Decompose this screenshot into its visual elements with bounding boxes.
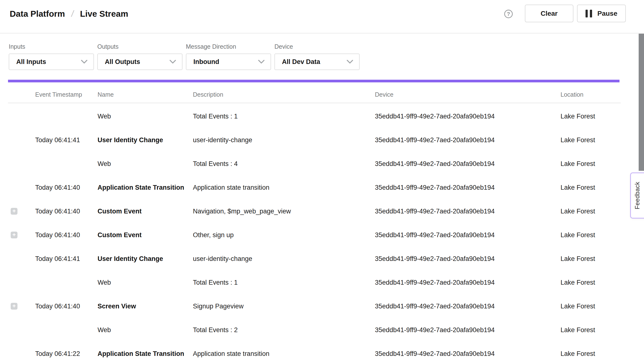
event-timestamp-cell [35,152,96,176]
event-name-cell: Web [98,318,191,342]
table-row[interactable]: Today 06:41:41User Identity Changeuser-i… [0,247,644,271]
event-timestamp-cell: Today 06:41:40 [35,176,96,199]
expand-row-button[interactable]: + [11,208,18,215]
event-description-cell: Total Events : 2 [193,318,372,342]
device-cell: 35eddb41-9ff9-49e2-7aed-20afa90eb194 [375,223,558,247]
table-row[interactable]: +Today 06:41:40Custom EventNavigation, $… [0,199,644,223]
event-name-cell: Custom Event [98,223,191,247]
table-row[interactable]: Today 06:41:41User Identity Changeuser-i… [0,128,644,152]
event-name-cell: Web [98,271,191,294]
device-cell: 35eddb41-9ff9-49e2-7aed-20afa90eb194 [375,318,558,342]
event-timestamp-cell: Today 06:41:40 [35,294,96,318]
feedback-tab[interactable]: Feedback [630,173,644,218]
location-cell: Lake Forest [560,342,621,360]
event-timestamp-cell: Today 06:41:40 [35,199,96,223]
location-cell: Lake Forest [560,247,621,271]
event-name-cell: User Identity Change [98,247,191,271]
event-description-cell: Total Events : 4 [193,152,372,176]
location-cell: Lake Forest [560,128,621,152]
expand-row-button[interactable]: + [11,303,18,310]
table-row[interactable]: +Today 06:41:40Custom EventOther, sign u… [0,223,644,247]
event-name-cell: Web [98,104,191,128]
event-name-cell: Application State Transition [98,342,191,360]
device-cell: 35eddb41-9ff9-49e2-7aed-20afa90eb194 [375,271,558,294]
location-cell: Lake Forest [560,152,621,176]
device-cell: 35eddb41-9ff9-49e2-7aed-20afa90eb194 [375,294,558,318]
event-timestamp-cell [35,104,96,128]
event-description-cell: Application state transition [193,342,372,360]
device-cell: 35eddb41-9ff9-49e2-7aed-20afa90eb194 [375,199,558,223]
table-row[interactable]: Today 06:41:22Application State Transiti… [0,342,644,360]
location-cell: Lake Forest [560,223,621,247]
table-row[interactable]: WebTotal Events : 135eddb41-9ff9-49e2-7a… [0,271,644,294]
event-timestamp-cell: Today 06:41:40 [35,223,96,247]
event-name-cell: Web [98,152,191,176]
expand-cell: + [11,294,32,318]
location-cell: Lake Forest [560,318,621,342]
expand-cell: + [11,199,32,223]
event-description-cell: user-identity-change [193,128,372,152]
table-row[interactable]: WebTotal Events : 135eddb41-9ff9-49e2-7a… [0,104,644,128]
expand-cell: + [11,223,32,247]
event-timestamp-cell: Today 06:41:22 [35,342,96,360]
device-cell: 35eddb41-9ff9-49e2-7aed-20afa90eb194 [375,176,558,199]
expand-row-button[interactable]: + [11,232,18,238]
table-row[interactable]: WebTotal Events : 435eddb41-9ff9-49e2-7a… [0,152,644,176]
device-cell: 35eddb41-9ff9-49e2-7aed-20afa90eb194 [375,152,558,176]
event-timestamp-cell: Today 06:41:41 [35,247,96,271]
feedback-tab-label: Feedback [634,182,641,209]
table-row[interactable]: +Today 06:41:40Screen ViewSignup Pagevie… [0,294,644,318]
event-timestamp-cell [35,271,96,294]
vertical-scrollbar[interactable] [639,34,644,171]
device-cell: 35eddb41-9ff9-49e2-7aed-20afa90eb194 [375,128,558,152]
location-cell: Lake Forest [560,199,621,223]
device-cell: 35eddb41-9ff9-49e2-7aed-20afa90eb194 [375,104,558,128]
event-description-cell: Navigation, $mp_web_page_view [193,199,372,223]
location-cell: Lake Forest [560,104,621,128]
event-description-cell: Signup Pageview [193,294,372,318]
location-cell: Lake Forest [560,294,621,318]
event-description-cell: user-identity-change [193,247,372,271]
device-cell: 35eddb41-9ff9-49e2-7aed-20afa90eb194 [375,342,558,360]
event-description-cell: Application state transition [193,176,372,199]
event-timestamp-cell [35,318,96,342]
event-description-cell: Other, sign up [193,223,372,247]
device-cell: 35eddb41-9ff9-49e2-7aed-20afa90eb194 [375,247,558,271]
event-name-cell: Custom Event [98,199,191,223]
location-cell: Lake Forest [560,176,621,199]
table-row[interactable]: WebTotal Events : 235eddb41-9ff9-49e2-7a… [0,318,644,342]
location-cell: Lake Forest [560,271,621,294]
event-description-cell: Total Events : 1 [193,104,372,128]
event-name-cell: Screen View [98,294,191,318]
event-timestamp-cell: Today 06:41:41 [35,128,96,152]
event-rows: WebTotal Events : 135eddb41-9ff9-49e2-7a… [0,0,644,360]
event-name-cell: Application State Transition [98,176,191,199]
table-row[interactable]: Today 06:41:40Application State Transiti… [0,176,644,199]
event-name-cell: User Identity Change [98,128,191,152]
event-description-cell: Total Events : 1 [193,271,372,294]
live-stream-page: Data Platform / Live Stream ? Clear Paus… [0,0,644,360]
